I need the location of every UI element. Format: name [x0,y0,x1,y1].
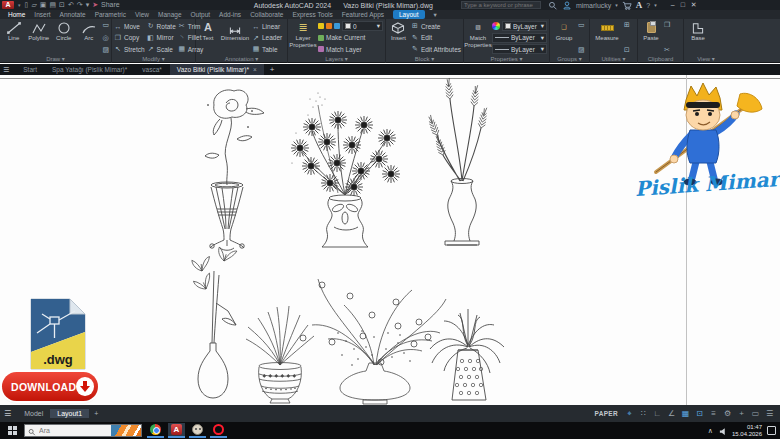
edit-attributes-button[interactable]: ✎Edit Attributes [411,44,461,54]
donut-tool-icon[interactable]: ◎ [102,34,109,42]
annotation-panel-label[interactable]: Annotation [225,56,254,62]
vase-rose-trumpet[interactable] [205,90,264,250]
help-search-input[interactable] [461,1,541,9]
ortho-status-icon[interactable]: ∟ [651,409,664,418]
crosshair-status-icon[interactable]: ⌖ [623,409,636,419]
color-wheel-icon[interactable] [492,22,500,30]
drawing-canvas[interactable]: Pislik Mimar .dwg DOWNLOAD [0,75,780,405]
help-dropdown-icon[interactable]: ▾ [654,2,657,8]
chrome-app-button[interactable] [147,423,164,438]
close-tab-icon[interactable]: × [253,64,257,75]
file-tab-vasca[interactable]: vasca* [135,64,169,75]
circle-button[interactable]: Circle [52,20,75,55]
layout1-tab[interactable]: Layout1 [50,409,89,418]
table-button[interactable]: ▦Table [252,44,282,54]
workspace-gear-icon[interactable]: ⚙ [721,409,734,418]
make-current-button[interactable]: Make Current [318,33,383,43]
grid-status-icon[interactable]: ▦ [679,409,692,418]
ribbon-options-icon[interactable]: ▾ [434,11,437,19]
snap-status-icon[interactable]: ∷ [637,409,650,418]
linetype-select[interactable]: ByLayer▾ [492,44,547,54]
cart-icon[interactable] [622,1,632,10]
arc-button[interactable]: Arc [77,20,100,55]
maximize-button[interactable]: □ [681,1,685,9]
ribbon-tab-home[interactable]: Home [8,11,25,18]
taskbar-search-input[interactable] [39,427,99,434]
lineweight-status-icon[interactable]: ≡ [707,409,720,418]
layer-on-icon[interactable] [318,23,324,29]
ribbon-tab-collaborate[interactable]: Collaborate [250,11,283,18]
block-panel-label[interactable]: Block [415,56,430,62]
autocad-app-button[interactable]: A [168,423,185,438]
match-layer-button[interactable]: Match Layer [318,44,383,54]
draw-panel-label[interactable]: Draw [46,56,60,62]
new-layout-button[interactable]: + [89,410,103,417]
dimension-button[interactable]: Dimension [220,20,250,55]
copy-clip-icon[interactable]: ❐ [664,21,670,29]
modify-panel-dropdown-icon[interactable]: ▾ [162,56,165,62]
file-tab-menu-icon[interactable]: ☰ [3,66,9,74]
layout-menu-icon[interactable]: ☰ [4,409,11,418]
text-button[interactable]: AText [198,20,218,55]
ribbon-tab-layout[interactable]: Layout [393,10,425,19]
rectangle-tool-icon[interactable]: ▭ [102,21,109,29]
isolate-objects-icon[interactable]: ▭ [749,409,762,418]
create-block-button[interactable]: ⊞Create [411,21,461,31]
redo-icon[interactable]: ↷ [77,1,83,9]
new-file-icon[interactable]: ▯ [25,1,29,9]
close-button[interactable]: ✕ [691,1,697,9]
share-icon[interactable]: ➤ [92,1,98,9]
mirror-button[interactable]: ◧Mirror [147,33,176,43]
osnap-status-icon[interactable]: ⊡ [693,409,706,418]
rotate-button[interactable]: ↻Rotate [147,21,176,31]
ribbon-tab-addins[interactable]: Add-ins [219,11,241,18]
share-label[interactable]: Share [101,1,120,9]
opera-app-button[interactable] [210,423,227,438]
vase-grass-pot[interactable] [246,306,314,403]
clipboard-panel-label[interactable]: Clipboard [648,56,674,62]
qat-dropdown-icon[interactable]: ▾ [86,1,90,9]
insert-button[interactable]: Insert [388,20,409,55]
copy-button[interactable]: ❐Copy [114,33,145,43]
stretch-button[interactable]: ↖Stretch [114,44,145,54]
layer-lock-icon[interactable] [334,23,340,29]
groups-panel-label[interactable]: Groups [557,56,577,62]
move-button[interactable]: ↔Move [114,21,145,31]
taskbar-clock[interactable]: 01:47 15.04.2026 [732,424,762,438]
ribbon-tab-output[interactable]: Output [191,11,211,18]
match-properties-button[interactable]: ▨Match Properties [466,20,490,55]
minimize-button[interactable]: – [671,1,675,9]
ungroup-icon[interactable]: ▭ [578,21,585,29]
edit-block-button[interactable]: ✎Edit [411,33,461,43]
vase-daisy-bouquet[interactable] [291,92,400,247]
ribbon-tab-view[interactable]: View [135,11,149,18]
search-icon[interactable] [548,1,558,10]
line-button[interactable]: Line [2,20,25,55]
volume-icon[interactable] [718,422,727,439]
ribbon-tab-insert[interactable]: Insert [34,11,50,18]
customization-menu-icon[interactable]: ☰ [763,409,776,418]
file-tab-vazo-bitki[interactable]: Vazo Bitki (Pislik Mimar)*× [170,64,264,75]
help-icon[interactable]: ? [646,2,650,9]
game-app-button[interactable] [189,423,206,438]
group-edit-icon[interactable]: ▨ [578,46,585,54]
vase-ikebana[interactable] [300,279,446,404]
autodesk-apps-icon[interactable]: A [636,0,643,10]
open-file-icon[interactable]: ▱ [31,1,36,9]
save-icon[interactable]: ▣ [40,1,47,9]
view-panel-dropdown-icon[interactable]: ▾ [712,56,715,62]
user-icon[interactable] [562,1,572,10]
layer-freeze-icon[interactable] [326,23,332,29]
paste-button[interactable]: Paste [640,20,662,55]
paper-space-label[interactable]: PAPER [595,410,618,417]
tray-expand-icon[interactable]: ∧ [708,427,713,435]
layers-panel-label[interactable]: Layers [325,56,343,62]
ribbon-tab-parametric[interactable]: Parametric [95,11,126,18]
layer-properties-button[interactable]: ≣Layer Properties [290,20,316,55]
groups-panel-dropdown-icon[interactable]: ▾ [579,56,582,62]
measure-button[interactable]: Measure [592,20,622,55]
object-color-select[interactable]: ByLayer▾ [502,21,547,31]
layer-select[interactable]: 0▾ [342,21,383,31]
utilities-panel-label[interactable]: Utilities [601,56,620,62]
ribbon-tab-express-tools[interactable]: Express Tools [292,11,332,18]
